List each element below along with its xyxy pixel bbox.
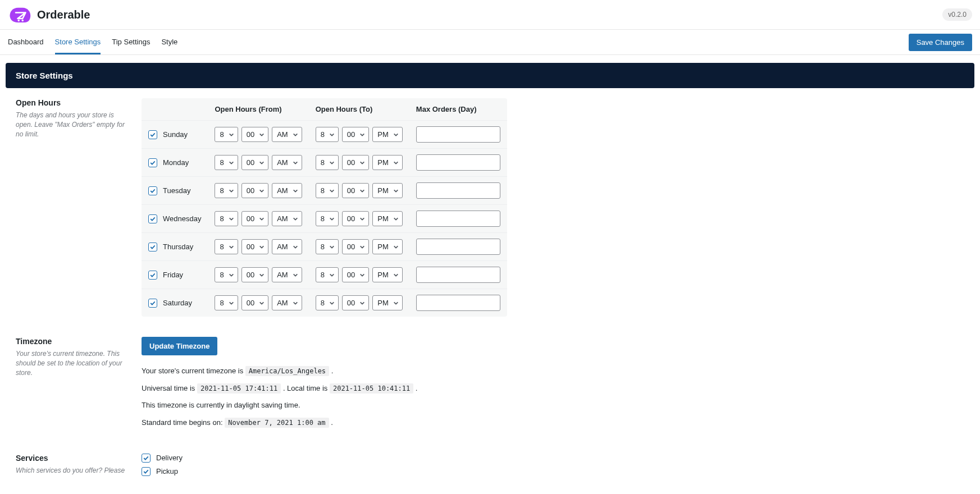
chevron-down-icon [329, 188, 335, 194]
from-minute-select[interactable]: 00 [241, 211, 268, 226]
chevron-down-icon [229, 272, 234, 278]
nav-tab-dashboard[interactable]: Dashboard [8, 30, 44, 54]
max-orders-input[interactable] [416, 182, 500, 199]
chevron-down-icon [329, 160, 335, 166]
from-hour-select-value: 8 [220, 271, 224, 279]
to-hour-select[interactable]: 8 [316, 183, 339, 198]
to-hour-select[interactable]: 8 [316, 239, 339, 254]
from-ampm-select[interactable]: AM [272, 155, 302, 170]
day-enabled-checkbox[interactable] [148, 271, 157, 280]
to-hour-select[interactable]: 8 [316, 211, 339, 226]
from-ampm-select-value: AM [277, 186, 288, 195]
from-ampm-select[interactable]: AM [272, 267, 302, 282]
to-ampm-select-value: PM [377, 130, 389, 139]
service-label: Pickup [156, 467, 178, 475]
day-label: Saturday [163, 299, 192, 307]
save-changes-button[interactable]: Save Changes [909, 34, 972, 51]
from-minute-select-value: 00 [247, 186, 254, 195]
chevron-down-icon [293, 272, 298, 278]
tz-current-prefix: Your store's current timezone is [142, 367, 245, 375]
to-ampm-select[interactable]: PM [372, 239, 403, 254]
to-hour-select-value: 8 [321, 299, 325, 307]
chevron-down-icon [329, 272, 335, 278]
from-minute-select-value: 00 [247, 243, 254, 251]
tz-dst-line: This timezone is currently in daylight s… [142, 399, 501, 413]
to-minute-select-value: 00 [347, 243, 355, 251]
day-enabled-checkbox[interactable] [148, 130, 157, 139]
from-ampm-select[interactable]: AM [272, 183, 302, 198]
service-checkbox[interactable] [142, 467, 151, 476]
to-minute-select[interactable]: 00 [342, 239, 369, 254]
page-title: Store Settings [6, 63, 974, 88]
max-orders-input[interactable] [416, 126, 500, 143]
from-ampm-select[interactable]: AM [272, 295, 302, 310]
to-minute-select[interactable]: 00 [342, 267, 369, 282]
service-checkbox[interactable] [142, 454, 151, 463]
update-timezone-button[interactable]: Update Timezone [142, 337, 217, 355]
chevron-down-icon [259, 244, 265, 250]
to-minute-select[interactable]: 00 [342, 155, 369, 170]
from-hour-select[interactable]: 8 [215, 295, 238, 310]
to-hour-select[interactable]: 8 [316, 127, 339, 142]
day-enabled-checkbox[interactable] [148, 186, 157, 195]
chevron-down-icon [229, 160, 234, 166]
max-orders-input[interactable] [416, 239, 500, 255]
from-ampm-select[interactable]: AM [272, 239, 302, 254]
chevron-down-icon [393, 300, 399, 306]
to-minute-select[interactable]: 00 [342, 183, 369, 198]
open-hours-desc: The days and hours your store is open. L… [16, 111, 126, 139]
to-minute-select[interactable]: 00 [342, 127, 369, 142]
to-ampm-select[interactable]: PM [372, 183, 403, 198]
to-ampm-select[interactable]: PM [372, 267, 403, 282]
to-ampm-select[interactable]: PM [372, 155, 403, 170]
nav-tab-store-settings[interactable]: Store Settings [55, 30, 101, 54]
nav-tab-style[interactable]: Style [161, 30, 177, 54]
from-hour-select[interactable]: 8 [215, 211, 238, 226]
to-hour-select[interactable]: 8 [316, 267, 339, 282]
from-minute-select[interactable]: 00 [241, 183, 268, 198]
day-enabled-checkbox[interactable] [148, 299, 157, 308]
from-ampm-select[interactable]: AM [272, 211, 302, 226]
to-minute-select[interactable]: 00 [342, 211, 369, 226]
chevron-down-icon [329, 132, 335, 138]
day-enabled-checkbox[interactable] [148, 214, 157, 223]
chevron-down-icon [393, 244, 399, 250]
col-to: Open Hours (To) [309, 98, 409, 121]
to-minute-select[interactable]: 00 [342, 295, 369, 310]
from-minute-select[interactable]: 00 [241, 295, 268, 310]
day-cell: Tuesday [148, 186, 201, 195]
navbar: DashboardStore SettingsTip SettingsStyle… [0, 30, 980, 55]
to-ampm-select[interactable]: PM [372, 295, 403, 310]
to-minute-select-value: 00 [347, 130, 355, 139]
to-hour-select[interactable]: 8 [316, 295, 339, 310]
col-from: Open Hours (From) [208, 98, 308, 121]
day-label: Wednesday [163, 214, 201, 223]
day-label: Sunday [163, 130, 188, 139]
max-orders-input[interactable] [416, 267, 500, 283]
day-enabled-checkbox[interactable] [148, 243, 157, 251]
nav-tab-tip-settings[interactable]: Tip Settings [112, 30, 150, 54]
to-hour-select[interactable]: 8 [316, 155, 339, 170]
from-hour-select[interactable]: 8 [215, 127, 238, 142]
from-minute-select[interactable]: 00 [241, 155, 268, 170]
from-minute-select[interactable]: 00 [241, 267, 268, 282]
max-orders-input[interactable] [416, 154, 500, 171]
from-minute-select[interactable]: 00 [241, 239, 268, 254]
from-ampm-select[interactable]: AM [272, 127, 302, 142]
from-minute-select[interactable]: 00 [241, 127, 268, 142]
setting-timezone: Timezone Your store's current timezone. … [16, 337, 964, 433]
from-hour-select[interactable]: 8 [215, 155, 238, 170]
chevron-down-icon [359, 160, 365, 166]
max-orders-input[interactable] [416, 211, 500, 227]
from-hour-select[interactable]: 8 [215, 183, 238, 198]
chevron-down-icon [329, 216, 335, 222]
from-hour-select[interactable]: 8 [215, 267, 238, 282]
from-ampm-select-value: AM [277, 130, 288, 139]
max-orders-input[interactable] [416, 295, 500, 311]
to-ampm-select[interactable]: PM [372, 127, 403, 142]
from-hour-select[interactable]: 8 [215, 239, 238, 254]
day-enabled-checkbox[interactable] [148, 158, 157, 167]
to-ampm-select[interactable]: PM [372, 211, 403, 226]
chevron-down-icon [259, 132, 265, 138]
to-minute-select-value: 00 [347, 271, 355, 279]
